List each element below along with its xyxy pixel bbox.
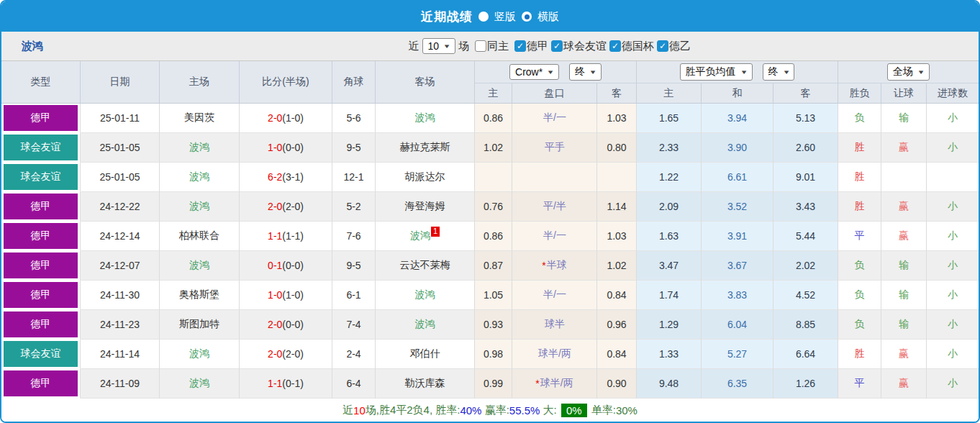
vertical-layout-radio[interactable]: [478, 12, 489, 22]
avg-away-cell: 6.64: [773, 340, 838, 369]
home-team-cell: 斯图加特: [160, 310, 240, 340]
table-row: 德甲 25-01-11 美因茨 2-0(1-0) 5-6 波鸿 0.86 半/一…: [1, 104, 979, 133]
home-team-link[interactable]: 奥格斯堡: [179, 288, 219, 301]
handicap-result-cell: [881, 163, 927, 192]
goals-result-cell: 小: [927, 251, 979, 281]
avg-time-select[interactable]: 终 ▼: [763, 63, 795, 81]
away-team-cell: 邓伯什: [376, 340, 475, 369]
handicap-cell: 平/半: [512, 192, 597, 222]
away-team-link[interactable]: 勒沃库森: [405, 377, 445, 390]
away-team-link[interactable]: 波鸿: [415, 318, 435, 331]
score-cell: 1-1(0-1): [240, 369, 332, 399]
home-team-link[interactable]: 波鸿: [189, 347, 209, 360]
handicap-cell: *半球: [512, 251, 597, 281]
result-cell: 胜: [838, 340, 881, 369]
summary-text-segment: 赢率:: [481, 404, 509, 417]
league-type-cell: 德甲: [1, 104, 81, 133]
home-team-link[interactable]: 波鸿: [189, 170, 209, 183]
goals-result-cell: 小: [927, 192, 979, 222]
horizontal-layout-label[interactable]: 横版: [537, 10, 559, 24]
home-team-link[interactable]: 美因茨: [184, 112, 214, 124]
sub-header-odds-home: 主: [475, 83, 512, 103]
vertical-layout-label[interactable]: 竖版: [494, 10, 516, 24]
home-team-cell: 波鸿: [160, 163, 240, 192]
odds-home-cell: 0.93: [475, 310, 512, 340]
summary-text-segment: 10: [353, 404, 366, 417]
horizontal-layout-radio[interactable]: [522, 12, 532, 22]
result-cell: 负: [838, 281, 881, 310]
home-team-link[interactable]: 柏林联合: [179, 229, 219, 242]
odds-away-cell: 0.84: [597, 340, 637, 369]
league-checkbox[interactable]: ✓: [657, 40, 668, 52]
same-home-label: 同主: [487, 40, 509, 53]
avg-home-cell: 2.33: [637, 133, 702, 163]
away-team-cell: 波鸿1: [376, 222, 475, 251]
league-type-cell: 德甲: [1, 192, 81, 222]
odds-away-cell: 1.02: [597, 251, 637, 281]
bookmaker-select[interactable]: Crow* ▼: [509, 64, 559, 80]
league-checkbox[interactable]: ✓: [609, 40, 621, 52]
home-team-link[interactable]: 波鸿: [189, 377, 209, 390]
filters: 近 10 ▼ 场 ✓ 同主 ✓德甲✓球会友谊✓德国杯✓德乙: [409, 38, 691, 54]
home-team-cell: 奥格斯堡: [160, 281, 240, 310]
corner-cell: 9-5: [332, 251, 376, 281]
handicap-result-cell: 赢: [881, 133, 927, 163]
away-team-link[interactable]: 云达不莱梅: [400, 259, 450, 272]
away-team-link[interactable]: 邓伯什: [410, 347, 440, 360]
odds-away-cell: 1.14: [597, 192, 637, 222]
page-title: 近期战绩: [421, 9, 473, 25]
col-header-away: 客场: [376, 61, 475, 103]
score-cell: 2-0(0-0): [240, 310, 332, 340]
date-cell: 24-11-14: [81, 340, 160, 369]
league-checkbox[interactable]: ✓: [551, 40, 563, 52]
col-header-type: 类型: [1, 61, 81, 103]
summary-text-segment: 30%: [616, 404, 638, 417]
period-select[interactable]: 全场 ▼: [887, 63, 930, 81]
same-home-checkbox[interactable]: ✓: [475, 40, 486, 52]
odds-home-cell: 0.86: [475, 104, 512, 133]
table-row: 球会友谊 24-11-14 波鸿 2-0(2-0) 2-4 邓伯什 0.98 球…: [1, 340, 979, 369]
avg-home-cell: 3.47: [637, 251, 702, 281]
home-team-link[interactable]: 波鸿: [189, 200, 209, 213]
avg-type-select[interactable]: 胜平负均值 ▼: [680, 63, 753, 81]
league-checkbox[interactable]: ✓: [514, 40, 526, 52]
odds-away-cell: 0.80: [597, 133, 637, 163]
date-cell: 24-11-23: [81, 310, 160, 340]
league-checkbox-label: 德甲: [527, 40, 548, 53]
odds-time-select[interactable]: 终 ▼: [569, 63, 602, 81]
league-type-cell: 德甲: [1, 281, 81, 310]
home-team-link[interactable]: 斯图加特: [179, 318, 219, 331]
corner-cell: 6-4: [332, 369, 376, 399]
date-cell: 24-11-09: [81, 369, 160, 399]
games-label: 场: [458, 40, 469, 53]
summary-footer: 近10场,胜4平2负4, 胜率:40% 赢率:55.5% 大: 0% 单率:30…: [1, 399, 979, 422]
home-team-cell: 美因茨: [160, 104, 240, 133]
handicap-cell: [512, 163, 597, 192]
table-row: 球会友谊 25-01-05 波鸿 6-2(3-1) 12-1 胡派达尔 1.22…: [1, 163, 979, 192]
table-row: 德甲 24-12-14 柏林联合 1-1(1-1) 7-6 波鸿1 0.86 半…: [1, 222, 979, 251]
home-team-link[interactable]: 波鸿: [189, 259, 209, 272]
away-team-link[interactable]: 海登海姆: [405, 200, 445, 213]
away-team-link[interactable]: 波鸿: [415, 112, 435, 124]
odds-away-cell: [597, 163, 637, 192]
away-team-link[interactable]: 波鸿: [415, 288, 435, 301]
goals-result-cell: 小: [927, 281, 979, 310]
handicap-result-cell: 输: [881, 281, 927, 310]
away-team-link[interactable]: 胡派达尔: [405, 170, 445, 183]
games-count-select[interactable]: 10 ▼: [422, 38, 456, 54]
away-team-link[interactable]: 赫拉克莱斯: [400, 141, 450, 154]
score-cell: 2-0(2-0): [240, 192, 332, 222]
chevron-down-icon: ▼: [740, 69, 748, 76]
away-team-link[interactable]: 波鸿: [410, 229, 430, 242]
away-team-cell: 胡派达尔: [376, 163, 475, 192]
handicap-cell: *球半/两: [512, 369, 597, 399]
odds-away-cell: 0.90: [597, 369, 637, 399]
avg-home-cell: 1.29: [637, 310, 702, 340]
handicap-cell: 半/一: [512, 222, 597, 251]
home-team-link[interactable]: 波鸿: [189, 141, 209, 154]
handicap-result-cell: 输: [881, 104, 927, 133]
team-name[interactable]: 波鸿: [22, 40, 43, 53]
away-team-cell: 云达不莱梅: [376, 251, 475, 281]
avg-home-cell: 1.22: [637, 163, 702, 192]
table-row: 德甲 24-11-30 奥格斯堡 1-0(1-0) 6-1 波鸿 1.05 半/…: [1, 281, 979, 310]
